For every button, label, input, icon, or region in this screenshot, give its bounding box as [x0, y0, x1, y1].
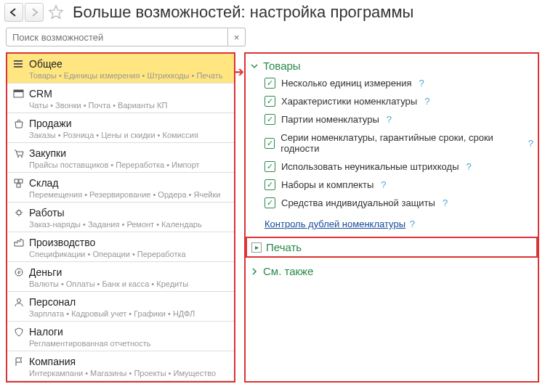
check-label: Партии номенклатуры: [281, 114, 379, 125]
help-icon[interactable]: ?: [387, 114, 392, 125]
toolbar: Больше возможностей: настройка программы: [0, 0, 545, 25]
goods-checks: ✓Несколько единиц измерения?✓Характерист…: [250, 78, 533, 216]
category-subtitle: Спецификации • Операции • Переработка: [29, 250, 228, 258]
category-label: Склад: [29, 177, 59, 189]
category-label: CRM: [29, 88, 52, 99]
category-label: Закупки: [29, 147, 66, 159]
category-personnel[interactable]: ПерсоналЗарплата • Кадровый учет • Графи…: [7, 292, 234, 322]
help-icon[interactable]: ?: [410, 219, 415, 229]
checkbox[interactable]: ✓: [265, 96, 275, 107]
svg-rect-9: [17, 184, 20, 187]
search-row: ×: [0, 25, 545, 52]
category-production[interactable]: ПроизводствоСпецификации • Операции • Пе…: [7, 232, 234, 262]
bag-icon: [13, 118, 25, 128]
check-row: ✓Партии номенклатуры?: [265, 114, 533, 125]
category-label: Налоги: [29, 326, 63, 338]
category-label: Общее: [29, 58, 62, 70]
check-label: Характеристики номенклатуры: [281, 96, 417, 107]
check-label: Наборы и комплекты: [281, 179, 374, 190]
check-label: Несколько единиц измерения: [281, 78, 412, 89]
chevron-right-icon: [250, 267, 259, 276]
list-icon: [13, 59, 25, 69]
person-icon: [13, 297, 25, 307]
check-row: ✓Использовать неуникальные штрихкоды?: [265, 161, 533, 172]
check-row: ✓Характеристики номенклатуры?: [265, 96, 533, 107]
category-general[interactable]: ОбщееТовары • Единицы измерения • Штрихк…: [7, 54, 234, 83]
category-subtitle: Валюты • Оплаты • Банк и касса • Кредиты: [29, 279, 228, 288]
flag-icon: [13, 356, 25, 367]
category-crm[interactable]: CRMЧаты • Звонки • Почта • Варианты КП: [7, 83, 234, 113]
coin-icon: ₽: [13, 267, 25, 277]
help-icon[interactable]: ?: [419, 78, 424, 89]
category-works[interactable]: РаботыЗаказ-наряды • Задания • Ремонт • …: [7, 203, 234, 232]
cart-icon: [13, 148, 25, 158]
arrow-left-icon: [8, 7, 20, 17]
category-subtitle: Интеркампани • Магазины • Проекты • Имущ…: [29, 369, 228, 377]
help-icon[interactable]: ?: [443, 197, 448, 208]
svg-text:₽: ₽: [17, 270, 21, 275]
gear-icon: [13, 208, 25, 218]
category-label: Продажи: [29, 118, 71, 129]
red-arrow-icon: ➔: [233, 64, 244, 80]
arrow-right-icon: [28, 7, 40, 17]
category-label: Работы: [29, 207, 65, 219]
search-input[interactable]: [6, 28, 228, 46]
svg-rect-8: [19, 179, 23, 183]
category-warehouse[interactable]: СкладПеремещения • Резервирование • Орде…: [7, 173, 234, 203]
chevron-right-icon: ▸: [251, 242, 262, 253]
category-taxes[interactable]: НалогиРегламентированная отчетность: [7, 322, 234, 351]
help-icon[interactable]: ?: [381, 179, 386, 190]
category-subtitle: Регламентированная отчетность: [29, 339, 228, 348]
checkbox[interactable]: ✓: [265, 78, 275, 89]
category-purchases[interactable]: ЗакупкиПрайсы поставщиков • Переработка …: [7, 143, 234, 173]
help-icon[interactable]: ?: [528, 138, 533, 149]
star-icon[interactable]: [48, 4, 64, 20]
check-label: Средства индивидуальной защиты: [281, 197, 435, 208]
chevron-down-icon: [250, 62, 259, 70]
checkbox[interactable]: ✓: [265, 114, 275, 125]
category-subtitle: Прайсы поставщиков • Переработка • Импор…: [29, 160, 228, 169]
back-button[interactable]: [4, 3, 23, 22]
svg-rect-1: [14, 63, 23, 65]
category-company[interactable]: КомпанияИнтеркампани • Магазины • Проект…: [7, 351, 234, 381]
check-row: ✓Наборы и комплекты?: [265, 179, 533, 190]
svg-point-6: [21, 156, 23, 158]
section-goods-header[interactable]: Товары: [250, 57, 533, 78]
category-subtitle: Чаты • Звонки • Почта • Варианты КП: [29, 101, 228, 110]
category-label: Персонал: [29, 296, 76, 308]
category-subtitle: Зарплата • Кадровый учет • Графики • НДФ…: [29, 309, 228, 318]
category-money[interactable]: ₽ДеньгиВалюты • Оплаты • Банк и касса • …: [7, 262, 234, 292]
section-seealso-title: См. также: [263, 265, 313, 277]
section-print-title: Печать: [266, 241, 302, 253]
help-icon[interactable]: ?: [424, 96, 429, 107]
categories-panel: ➔ ОбщееТовары • Единицы измерения • Штри…: [6, 52, 235, 383]
check-row: ✓Серии номенклатуры, гарантийные сроки, …: [265, 132, 533, 154]
check-label: Использовать неуникальные штрихкоды: [281, 161, 459, 172]
checkbox[interactable]: ✓: [265, 197, 275, 208]
checkbox[interactable]: ✓: [265, 179, 275, 190]
forward-button[interactable]: [25, 3, 44, 22]
check-row: ✓Средства индивидуальной защиты?: [265, 197, 533, 208]
svg-rect-4: [14, 90, 23, 92]
checkbox[interactable]: ✓: [265, 161, 275, 172]
check-row: ✓Несколько единиц измерения?: [265, 78, 533, 89]
section-print-box: ▸ Печать: [246, 237, 538, 258]
svg-rect-0: [14, 60, 23, 62]
section-print-header[interactable]: ▸ Печать: [251, 241, 532, 253]
page-title: Больше возможностей: настройка программы: [73, 3, 413, 22]
shield-icon: [13, 327, 25, 337]
category-label: Компания: [29, 356, 76, 367]
svg-point-13: [17, 299, 21, 303]
svg-rect-2: [14, 66, 23, 68]
card-icon: [13, 89, 25, 99]
check-label: Серии номенклатуры, гарантийные сроки, с…: [280, 132, 520, 154]
boxes-icon: [13, 178, 25, 188]
category-label: Деньги: [29, 266, 62, 278]
help-icon[interactable]: ?: [467, 161, 472, 172]
checkbox[interactable]: ✓: [265, 138, 275, 149]
section-seealso-header[interactable]: См. также: [250, 262, 533, 283]
duplicates-control-link[interactable]: Контроль дублей номенклатуры: [265, 219, 405, 229]
search-clear-button[interactable]: ×: [228, 28, 246, 46]
settings-panel: Товары ✓Несколько единиц измерения?✓Хара…: [244, 52, 539, 383]
category-sales[interactable]: ПродажиЗаказы • Розница • Цены и скидки …: [7, 113, 234, 143]
